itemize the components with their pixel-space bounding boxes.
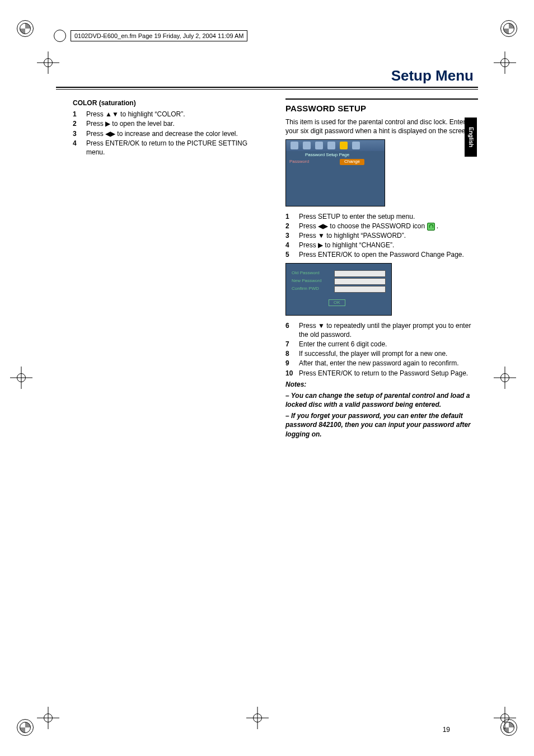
crosshair-icon <box>494 707 516 729</box>
password-intro: This item is used for the parental contr… <box>285 118 478 135</box>
crosshair-icon <box>494 367 516 389</box>
step-text: Press ◀▶ to increase and decrease the co… <box>86 129 265 138</box>
ok-button-graphic: OK <box>329 299 345 307</box>
password-steps-b: 6Press ▼ to repeatedly until the player … <box>285 321 478 378</box>
lock-icon <box>340 142 348 149</box>
left-column: COLOR (saturation) 1Press ▲▼ to highligh… <box>56 98 265 439</box>
screenshot-value: Change <box>340 159 364 165</box>
input-field-icon <box>334 278 386 285</box>
step-text: Press ▲▼ to highlight “COLOR”. <box>86 110 265 119</box>
password-heading: PASSWORD SETUP <box>285 103 478 114</box>
print-mark-icon <box>17 719 34 736</box>
note-text: – If you forget your password, you can e… <box>285 411 478 439</box>
step-text: Enter the current 6 digit code. <box>299 340 478 349</box>
new-password-label: New Password <box>292 278 331 284</box>
step-text: If successful, the player will prompt fo… <box>299 349 478 358</box>
old-password-label: Old Password <box>292 270 331 276</box>
color-steps: 1Press ▲▼ to highlight “COLOR”. 2Press ▶… <box>73 110 265 157</box>
crosshair-icon <box>494 51 516 74</box>
crosshair-icon <box>246 707 269 729</box>
step-text: Press ENTER/OK to return to the Password… <box>299 369 478 378</box>
password-steps-a: 1Press SETUP to enter the setup menu. 2P… <box>285 212 478 260</box>
input-field-icon <box>334 286 386 293</box>
binder-hole-icon <box>54 30 66 42</box>
page: 0102DVD-E600_en.fm Page 19 Friday, July … <box>0 0 534 756</box>
notes-heading: Notes: <box>285 380 478 389</box>
screenshot-title: Password Setup Page <box>286 151 385 159</box>
step-text: Press ▼ to highlight “PASSWORD”. <box>299 231 478 240</box>
runline-text: 0102DVD-E600_en.fm Page 19 Friday, July … <box>71 30 247 41</box>
lock-icon <box>427 223 435 231</box>
step-text: After that, enter the new password again… <box>299 359 478 368</box>
crosshair-icon <box>10 367 32 389</box>
menu-icon <box>315 142 323 149</box>
right-column: PASSWORD SETUP This item is used for the… <box>285 98 478 439</box>
content-area: Setup Menu COLOR (saturation) 1Press ▲▼ … <box>56 67 478 439</box>
step-text: Press ▶ to open the level bar. <box>86 119 265 128</box>
step-text: Press ◀▶ to choose the PASSWORD icon . <box>299 222 478 231</box>
menu-icon <box>291 142 298 149</box>
page-title: Setup Menu <box>391 67 474 84</box>
step-text: Press ▼ to repeatedly until the player p… <box>299 321 478 339</box>
step-text: Press ENTER/OK to return to the PICTURE … <box>86 139 265 157</box>
menu-icon <box>303 142 311 149</box>
menu-icon <box>352 142 360 149</box>
page-number: 19 <box>443 726 450 734</box>
header-runline: 0102DVD-E600_en.fm Page 19 Friday, July … <box>54 30 512 42</box>
screenshot-label: Password <box>286 159 329 165</box>
menu-icon <box>327 142 335 149</box>
screenshot-password-setup: Password Setup Page Password Change <box>285 139 385 206</box>
confirm-password-label: Confirm PWD <box>292 286 331 292</box>
note-text: – You can change the setup of parental c… <box>285 391 478 409</box>
color-heading: COLOR (saturation) <box>73 98 265 107</box>
step-text: Press ▶ to highlight “CHANGE”. <box>299 241 478 250</box>
input-field-icon <box>334 270 386 277</box>
step-text: Press SETUP to enter the setup menu. <box>299 212 478 221</box>
print-mark-icon <box>17 20 34 37</box>
step-text: Press ENTER/OK to open the Password Chan… <box>299 250 478 259</box>
crosshair-icon <box>37 707 59 729</box>
screenshot-password-change: Old Password New Password Confirm PWD OK <box>285 263 392 316</box>
